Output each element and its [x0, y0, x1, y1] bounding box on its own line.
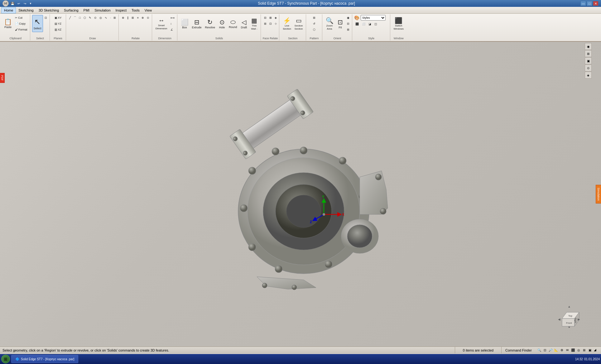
- select-button[interactable]: ↖ Select: [32, 15, 43, 32]
- quick-access-save[interactable]: 💾: [10, 1, 15, 6]
- pattern-btn-1[interactable]: ⊞: [312, 15, 317, 21]
- smart-dimension-button[interactable]: ↔ SmartDimension: [154, 15, 169, 32]
- app-logo[interactable]: SE: [2, 0, 9, 7]
- status-icon-8[interactable]: ◎: [576, 348, 581, 353]
- cut-button[interactable]: ✂Cut: [14, 15, 29, 21]
- pencil-button[interactable]: ✎: [88, 15, 93, 21]
- pattern-btn-2[interactable]: ↺: [312, 21, 317, 26]
- arc-button[interactable]: ⌒: [72, 15, 78, 21]
- render-style-btn-4[interactable]: ◫: [373, 21, 378, 27]
- taskbar-solid-edge[interactable]: 🔷 Solid Edge ST7 - [Корпус насоса .par]: [11, 355, 78, 363]
- svg-text:▲: ▲: [568, 305, 571, 308]
- vert-dim-button[interactable]: ↕: [169, 21, 176, 26]
- quick-access-redo[interactable]: ↪: [22, 1, 27, 6]
- circle-button[interactable]: ⊙: [93, 15, 98, 21]
- start-button[interactable]: ⊞: [1, 355, 10, 363]
- menu-view[interactable]: View: [142, 7, 155, 13]
- status-icon-9[interactable]: ⊞: [582, 348, 587, 353]
- face-relate-btn-5[interactable]: ◈: [273, 15, 278, 21]
- tangent-button[interactable]: ⊙: [146, 15, 151, 21]
- plane-btn-3[interactable]: ▥XZ: [53, 27, 63, 32]
- face-relate-btn-1[interactable]: ⊟: [263, 15, 268, 21]
- plane-btn-2[interactable]: ▤YZ: [53, 21, 63, 26]
- viewcube[interactable]: Front Top Right ▲ ▼ ◀ ▶: [557, 303, 582, 328]
- symmetric-button[interactable]: ⊞: [130, 15, 135, 21]
- paste-button[interactable]: 📋 Paste: [2, 15, 13, 32]
- command-finder[interactable]: Command Finder: [503, 348, 534, 352]
- plane-btn-1[interactable]: ▣XY: [53, 15, 63, 21]
- menu-3d-sketching[interactable]: 3D Sketching: [36, 7, 61, 13]
- quick-access-dropdown[interactable]: ▼: [29, 1, 32, 6]
- menu-home[interactable]: Home: [1, 7, 16, 13]
- status-icon-6[interactable]: ✉: [565, 348, 570, 353]
- quick-access-undo[interactable]: ↩: [16, 1, 21, 6]
- render-style-btn-1[interactable]: ⬛: [354, 21, 360, 27]
- right-btn-1[interactable]: ◉: [585, 43, 592, 50]
- menu-surfacing[interactable]: Surfacing: [61, 7, 81, 13]
- pattern-icon-3: ⬡: [313, 28, 315, 31]
- zoom-area-button[interactable]: 🔍 ZoomArea: [324, 15, 335, 32]
- copy-button[interactable]: 📄Copy: [14, 21, 29, 26]
- status-icon-2[interactable]: ⊡: [542, 348, 547, 353]
- live-section-button[interactable]: ⚡ LiveSection: [281, 15, 293, 32]
- face-relate-btn-3[interactable]: ⊠: [268, 15, 273, 21]
- status-icon-10[interactable]: ▣: [587, 348, 592, 353]
- status-icon-5[interactable]: ⚙: [559, 348, 564, 353]
- menu-inspect[interactable]: Inspect: [113, 7, 129, 13]
- format-painter-button[interactable]: 🖌Format: [14, 27, 29, 32]
- status-resize[interactable]: ◢: [593, 348, 597, 352]
- orient-btn-3[interactable]: ⊞: [346, 27, 351, 32]
- select-options-button[interactable]: ⊡: [43, 15, 48, 21]
- menu-simulation[interactable]: Simulation: [92, 7, 113, 13]
- face-relate-btn-4[interactable]: ⊡: [268, 21, 273, 26]
- rect-button[interactable]: □: [78, 15, 82, 21]
- render-style-btn-3[interactable]: ◪: [367, 21, 373, 27]
- status-icon-1[interactable]: 🔍: [537, 348, 542, 353]
- fit-button[interactable]: ⊡ Fit: [335, 15, 345, 32]
- right-btn-5[interactable]: ◈: [585, 72, 592, 79]
- box-button[interactable]: ⬜ Box: [179, 15, 190, 32]
- horiz-dim-button[interactable]: ⟷: [169, 15, 176, 21]
- menu-tools[interactable]: Tools: [129, 7, 142, 13]
- poly-button[interactable]: ⬡: [82, 15, 87, 21]
- menu-pmi[interactable]: PMI: [81, 7, 92, 13]
- render-style-btn-2[interactable]: ⬜: [361, 21, 367, 27]
- face-relate-btn-6[interactable]: ⊹: [273, 21, 278, 26]
- parallel-button[interactable]: ∥: [126, 15, 130, 21]
- thin-wall-button[interactable]: ▦ ThinWall -: [249, 15, 259, 32]
- hole-button[interactable]: ⊙ Hole: [217, 15, 227, 32]
- pattern-btn-3[interactable]: ⬡: [312, 27, 317, 32]
- face-relate-btn-2[interactable]: ⊞: [263, 21, 268, 26]
- revolve-button[interactable]: ↻ Revolve: [204, 15, 217, 32]
- connect-button[interactable]: ⊗: [140, 15, 145, 21]
- status-icon-3[interactable]: 🔎: [548, 348, 553, 353]
- status-icon-4[interactable]: 📐: [554, 348, 559, 353]
- draft-button[interactable]: ◁ Draft: [239, 15, 249, 32]
- feature-tree-tab[interactable]: PDF: [0, 73, 5, 83]
- viewport[interactable]: X Y Z: [0, 42, 601, 347]
- offset-button[interactable]: ⊞: [112, 15, 117, 21]
- minimize-button[interactable]: —: [580, 1, 586, 6]
- line-button[interactable]: ╱: [68, 15, 72, 21]
- round-button[interactable]: ⬭ Round: [227, 15, 239, 32]
- menu-sketching[interactable]: Sketching: [16, 7, 36, 13]
- point-button[interactable]: ·: [109, 15, 112, 21]
- ellipse-button[interactable]: ◎: [98, 15, 103, 21]
- coincident-button[interactable]: ⊕: [121, 15, 126, 21]
- right-btn-3[interactable]: ▣: [585, 57, 592, 64]
- equal-button[interactable]: ≡: [136, 15, 140, 21]
- maximize-button[interactable]: □: [587, 1, 592, 6]
- angle-dim-button[interactable]: ∠: [169, 27, 176, 32]
- styles-dropdown[interactable]: Styles: [361, 15, 386, 21]
- orient-btn-1[interactable]: ◉: [346, 15, 351, 21]
- close-button[interactable]: ✕: [593, 1, 599, 6]
- section-section-button[interactable]: ▭ SectionSection: [293, 15, 305, 32]
- simulation-tab[interactable]: Simulation: [596, 185, 601, 204]
- right-btn-2[interactable]: ⊞: [585, 50, 592, 57]
- right-btn-4[interactable]: ⊙: [585, 65, 592, 71]
- spline-button[interactable]: ∿: [103, 15, 108, 21]
- switch-windows-button[interactable]: ⬛ SwitchWindows: [392, 15, 405, 32]
- extrude-button[interactable]: ⊟ Extrude: [190, 15, 203, 32]
- status-icon-7[interactable]: ⬛: [570, 348, 575, 353]
- orient-btn-2[interactable]: ⊟: [346, 21, 351, 26]
